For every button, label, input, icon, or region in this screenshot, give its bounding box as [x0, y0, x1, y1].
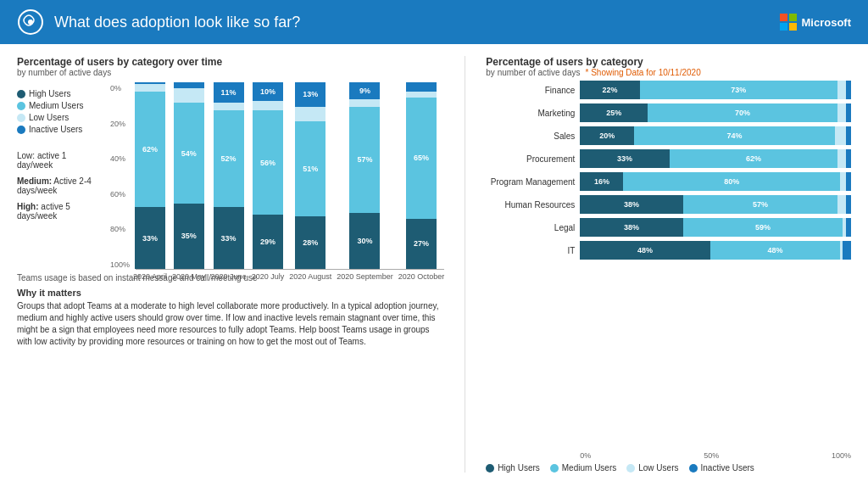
bar-group-0: 33%62%2020 April: [133, 82, 167, 269]
right-seg-inactive-3: [846, 149, 851, 168]
ms-cell-blue: [780, 23, 787, 31]
right-seg-low-2: [835, 126, 846, 145]
bar-seg-inactive: [406, 82, 437, 92]
header-left: What does adoption look like so far?: [17, 8, 300, 36]
low-desc: Low: active 1 day/week Medium: Active 2-…: [17, 151, 93, 221]
ms-cell-yellow: [789, 23, 797, 31]
right-seg-high-4: 16%: [580, 172, 623, 191]
right-seg-medium-1: 70%: [648, 103, 837, 122]
right-bar-row-4: Program Management16%80%: [486, 172, 851, 191]
bar-group-6: 27%65%2020 October: [398, 82, 445, 269]
panel-divider: [465, 56, 465, 473]
legend-dot-medium: [17, 102, 25, 110]
right-seg-high-2: 20%: [580, 126, 634, 145]
right-seg-inactive-2: [846, 126, 851, 145]
right-bar-label-5: Human Resources: [486, 200, 575, 210]
app-icon: [17, 8, 44, 36]
left-chart-title: Percentage of users by category over tim…: [17, 56, 444, 68]
right-bar-row-7: IT48%48%: [486, 241, 851, 260]
right-seg-low-1: [837, 103, 846, 122]
right-seg-medium-7: 48%: [710, 241, 840, 260]
legend-high: High Users: [17, 89, 93, 98]
right-x-axis: 0% 50% 100%: [486, 451, 851, 460]
right-seg-low-5: [837, 195, 846, 214]
right-chart-title: Percentage of users by category: [486, 56, 851, 68]
right-bar-track-5: 38%57%: [580, 195, 851, 214]
header-title: What does adoption look like so far?: [54, 14, 300, 31]
right-date-note: * Showing Data for 10/11/2020: [585, 68, 700, 77]
right-bar-row-5: Human Resources38%57%: [486, 195, 851, 214]
right-seg-inactive-5: [846, 195, 851, 214]
y-axis: 100% 80% 60% 40% 20% 0%: [110, 82, 133, 269]
bar-seg-low: [135, 84, 165, 92]
left-chart-subtitle: by number of active days: [17, 68, 444, 77]
bar-group-1: 35%54%2020 May: [172, 82, 206, 269]
why-matters-title: Why it matters: [17, 288, 444, 298]
right-seg-low-3: [837, 149, 846, 168]
bar-x-label-2: 2020 June: [211, 272, 247, 281]
bar-seg-low: [349, 99, 380, 107]
right-dot-inactive: [689, 464, 698, 473]
bar-x-label-4: 2020 August: [289, 272, 331, 281]
left-panel: Percentage of users by category over tim…: [17, 56, 444, 473]
right-seg-high-5: 38%: [580, 195, 682, 214]
bar-seg-low: [406, 92, 437, 98]
microsoft-label: Microsoft: [802, 16, 852, 29]
right-bar-label-0: Finance: [486, 86, 575, 95]
right-seg-inactive-1: [846, 103, 851, 122]
right-legend-inactive: Inactive Users: [689, 463, 754, 473]
right-bar-label-3: Procurement: [486, 154, 575, 164]
right-seg-inactive-4: [846, 172, 851, 191]
bar-seg-high: 27%: [406, 219, 437, 269]
legend-low: Low Users: [17, 113, 93, 122]
right-legend: High Users Medium Users Low Users Inacti…: [486, 463, 851, 473]
right-bar-track-4: 16%80%: [580, 172, 851, 191]
legend-dot-high: [17, 90, 25, 98]
bar-seg-high: 28%: [295, 216, 326, 269]
right-bar-track-7: 48%48%: [580, 241, 851, 260]
right-seg-inactive-6: [846, 218, 851, 237]
ms-cell-red: [780, 14, 787, 21]
bar-seg-inactive: 10%: [253, 82, 283, 101]
bar-seg-inactive: 11%: [214, 82, 244, 103]
bar-seg-low: [174, 88, 204, 103]
right-seg-medium-2: 74%: [634, 126, 835, 145]
right-subtitle-row: by number of active days * Showing Data …: [486, 68, 851, 77]
right-seg-high-3: 33%: [580, 149, 669, 168]
bar-seg-medium: 65%: [406, 98, 437, 219]
bar-x-label-6: 2020 October: [398, 272, 445, 281]
bar-seg-high: 29%: [253, 215, 283, 269]
bar-x-label-5: 2020 September: [337, 272, 393, 281]
right-seg-medium-6: 59%: [683, 218, 843, 237]
bar-seg-high: 33%: [135, 207, 165, 269]
right-bar-track-3: 33%62%: [580, 149, 851, 168]
bar-group-5: 30%57%9%2020 September: [337, 82, 393, 269]
right-bar-track-6: 38%59%: [580, 218, 851, 237]
bar-seg-medium: 51%: [295, 121, 326, 216]
bar-seg-inactive: 9%: [349, 82, 380, 99]
right-bar-label-7: IT: [486, 246, 575, 255]
right-seg-inactive-7: [843, 241, 851, 260]
right-seg-inactive-0: [846, 81, 851, 99]
bar-x-label-0: 2020 April: [133, 272, 167, 281]
right-seg-medium-3: 62%: [670, 149, 837, 168]
right-bar-row-3: Procurement33%62%: [486, 149, 851, 168]
bar-group-2: 33%52%11%2020 June: [211, 82, 247, 269]
bar-seg-inactive: [174, 82, 204, 88]
bar-seg-low: [214, 103, 244, 110]
bar-seg-medium: 62%: [135, 92, 165, 207]
right-bar-track-2: 20%74%: [580, 126, 851, 145]
bar-seg-medium: 52%: [214, 110, 244, 207]
right-bar-row-1: Marketing25%70%: [486, 103, 851, 122]
left-bar-chart: 100% 80% 60% 40% 20% 0% 33%62%2020 April…: [110, 82, 444, 270]
right-bar-label-4: Program Management: [486, 177, 575, 187]
bar-seg-medium: 56%: [253, 110, 283, 215]
right-bar-track-0: 22%73%: [580, 81, 851, 99]
right-legend-medium: Medium Users: [550, 463, 616, 473]
bar-seg-high: 35%: [174, 204, 204, 269]
right-bar-row-6: Legal38%59%: [486, 218, 851, 237]
x-axis-line: [136, 269, 444, 270]
legend-inactive: Inactive Users: [17, 125, 93, 134]
bar-seg-medium: 54%: [174, 103, 204, 204]
right-dot-high: [486, 464, 494, 473]
